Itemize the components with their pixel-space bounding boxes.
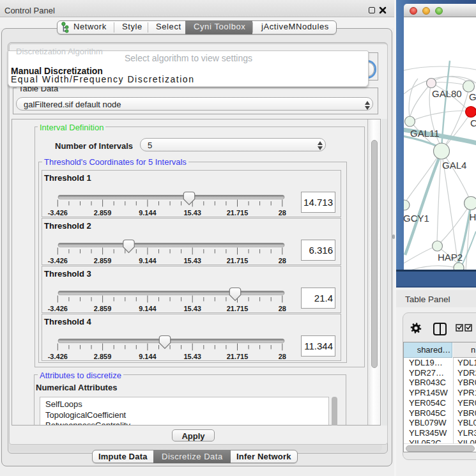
svg-text:15.43: 15.43	[183, 353, 201, 360]
svg-text:2.859: 2.859	[94, 257, 112, 265]
svg-text:9.144: 9.144	[139, 305, 157, 312]
svg-text:21.715: 21.715	[227, 353, 249, 360]
svg-text:Threshold 3: Threshold 3	[44, 269, 91, 279]
svg-text:Threshold 4: Threshold 4	[44, 317, 91, 326]
svg-text:-3.426: -3.426	[48, 305, 68, 312]
svg-text:28: 28	[279, 209, 286, 217]
svg-text:GCY1: GCY1	[404, 213, 429, 224]
svg-text:21.715: 21.715	[227, 305, 249, 312]
svg-text:21.715: 21.715	[227, 257, 249, 265]
svg-text:C: C	[470, 118, 476, 128]
svg-text:9.144: 9.144	[139, 353, 157, 360]
svg-text:HAP2: HAP2	[438, 252, 463, 263]
svg-text:15.43: 15.43	[183, 257, 201, 265]
svg-text:9.144: 9.144	[139, 209, 157, 217]
svg-text:GAL11: GAL11	[410, 128, 440, 139]
svg-text:15.43: 15.43	[183, 305, 201, 312]
svg-text:2.859: 2.859	[94, 353, 112, 360]
svg-text:28: 28	[279, 353, 286, 360]
svg-text:2.859: 2.859	[94, 209, 112, 217]
svg-text:15.43: 15.43	[183, 209, 201, 217]
svg-text:GA: GA	[469, 91, 476, 102]
svg-text:-3.426: -3.426	[48, 353, 68, 360]
svg-text:H: H	[470, 211, 476, 222]
svg-text:-3.426: -3.426	[48, 257, 68, 265]
svg-text:Threshold 2: Threshold 2	[44, 221, 91, 231]
svg-text:21.715: 21.715	[227, 209, 249, 217]
svg-text:2.859: 2.859	[94, 305, 112, 312]
svg-text:-3.426: -3.426	[48, 209, 68, 217]
svg-text:28: 28	[279, 257, 286, 265]
svg-text:Threshold 1: Threshold 1	[44, 173, 91, 183]
svg-text:9.144: 9.144	[139, 257, 157, 265]
svg-text:GAL4: GAL4	[442, 160, 466, 171]
svg-text:28: 28	[279, 305, 286, 312]
svg-text:GAL80: GAL80	[432, 88, 462, 99]
